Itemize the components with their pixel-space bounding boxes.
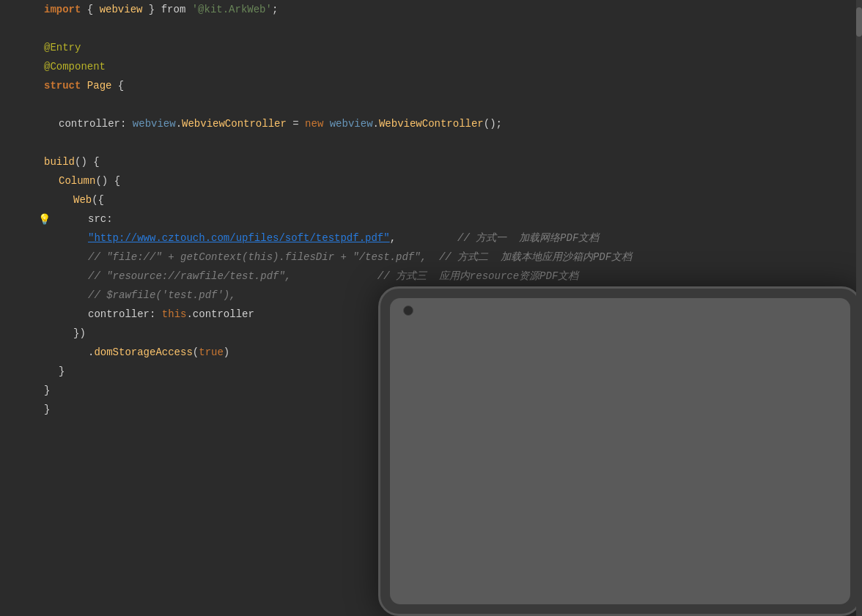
code-line-2 <box>0 19 862 38</box>
token-column: Column <box>59 175 95 187</box>
code-line-11: Web ({ <box>0 190 862 209</box>
token-page: Page <box>87 80 112 92</box>
token-punct: . <box>373 118 379 130</box>
device-screen <box>390 298 850 604</box>
token-close-paren: ) <box>224 346 229 358</box>
token-punct: } <box>142 4 161 15</box>
token-wvc: WebviewController <box>182 118 287 130</box>
code-line-7: controller : webview . WebviewController… <box>0 114 862 133</box>
token-colon2: : <box>150 308 162 320</box>
token-true: true <box>199 346 224 358</box>
token-entry: @Entry <box>44 42 81 53</box>
code-line-10: Column () { <box>0 171 862 190</box>
token-close-build: } <box>44 385 50 396</box>
code-line-12: 💡 src : <box>0 209 862 229</box>
token-punct: () { <box>75 156 100 168</box>
token-controller3: controller <box>193 308 254 320</box>
code-line-13: "http://www.cztouch.com/upfiles/soft/tes… <box>0 229 862 248</box>
token-punct: ; <box>272 4 278 15</box>
token-punct: . <box>176 118 182 130</box>
code-line-8 <box>0 133 862 152</box>
token-comma: , <box>390 232 396 244</box>
token-dot: . <box>186 308 192 320</box>
token-close-web: }) <box>73 327 86 339</box>
token-punct <box>81 80 86 92</box>
token-punct <box>323 118 329 130</box>
token-punct: { <box>81 4 99 15</box>
token-punct <box>185 4 191 15</box>
token-comment2: // "file://" + getContext(this).filesDir… <box>88 251 632 264</box>
token-webview: webview <box>100 4 143 15</box>
token-webview-ref: webview <box>133 118 176 130</box>
code-line-9: build () { <box>0 152 862 171</box>
token-close-column: } <box>59 365 65 377</box>
token-punct: ({ <box>92 194 104 206</box>
token-punct: : <box>120 118 133 130</box>
token-colon: : <box>106 213 112 225</box>
token-new: new <box>305 118 323 130</box>
token-punct: { <box>111 80 124 92</box>
token-web: Web <box>73 194 92 206</box>
device-camera <box>403 305 413 316</box>
token-url: "http://www.cztouch.com/upfiles/soft/tes… <box>88 232 390 244</box>
token-close-struct: } <box>44 404 50 415</box>
scrollbar-thumb[interactable] <box>856 7 862 37</box>
code-line-6 <box>0 95 862 114</box>
token-domstorage: domStorageAccess <box>94 346 192 358</box>
code-line-14: // "file://" + getContext(this).filesDir… <box>0 248 862 267</box>
code-line-5: struct Page { <box>0 76 862 95</box>
token-open-paren: ( <box>193 346 199 358</box>
token-punct: = <box>287 118 305 130</box>
code-line-3: @Entry <box>0 38 862 57</box>
token-this: this <box>162 308 187 320</box>
token-comment3: // "resource://rawfile/test.pdf", // 方式三… <box>88 270 578 283</box>
token-build: build <box>44 156 75 168</box>
token-string: '@kit.ArkWeb' <box>192 4 272 15</box>
token-webview-ref2: webview <box>330 118 373 130</box>
token-wvc2: WebviewController <box>379 118 484 130</box>
scrollbar[interactable] <box>856 0 862 616</box>
token-controller2: controller <box>88 308 150 320</box>
tablet-mockup <box>378 286 862 616</box>
code-line-1: import { webview } from '@kit.ArkWeb' ; <box>0 0 862 19</box>
bulb-icon: 💡 <box>38 213 51 226</box>
token-struct: struct <box>44 80 81 92</box>
code-line-4: @Component <box>0 57 862 76</box>
code-line-15: // "resource://rawfile/test.pdf", // 方式三… <box>0 267 862 286</box>
token-controller: controller <box>59 118 120 130</box>
token-dot2: . <box>88 346 94 358</box>
token-punct: (); <box>484 118 502 130</box>
token-punct: () { <box>95 175 120 187</box>
token-comment1: // 方式一 加载网络PDF文档 <box>396 231 599 245</box>
token-src: src <box>88 213 106 225</box>
token-from: from <box>161 4 186 15</box>
token-import: import <box>44 4 81 15</box>
code-editor: import { webview } from '@kit.ArkWeb' ; … <box>0 0 862 616</box>
token-component: @Component <box>44 61 106 73</box>
token-comment4: // $rawfile('test.pdf'), <box>88 289 236 301</box>
